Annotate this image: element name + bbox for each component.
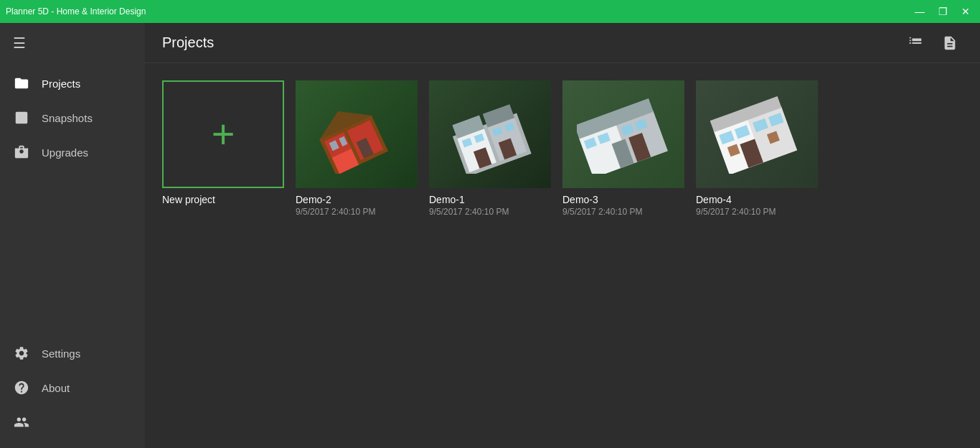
- header-actions: [903, 30, 963, 56]
- sidebar-item-snapshots[interactable]: Snapshots: [0, 101, 145, 135]
- hamburger-menu-button[interactable]: ☰: [0, 23, 145, 63]
- app-title: Planner 5D - Home & Interior Design: [6, 6, 146, 17]
- gear-icon: [13, 345, 30, 362]
- list-view-button[interactable]: [903, 30, 928, 56]
- help-icon: [13, 379, 30, 396]
- titlebar: Planner 5D - Home & Interior Design — ❐ …: [0, 0, 980, 23]
- app-body: ☰ Projects Snapshots: [0, 23, 980, 448]
- project-card-demo1[interactable]: Demo-1 9/5/2017 2:40:10 PM: [429, 80, 551, 217]
- sidebar-item-projects[interactable]: Projects: [0, 66, 145, 101]
- image-icon: [13, 109, 30, 126]
- project-card-demo4[interactable]: Demo-4 9/5/2017 2:40:10 PM: [696, 80, 818, 217]
- project-date-demo3: 9/5/2017 2:40:10 PM: [562, 207, 684, 217]
- new-document-button[interactable]: [937, 30, 963, 56]
- shop-icon: [13, 144, 30, 161]
- project-thumbnail-demo1: [429, 80, 551, 188]
- sidebar-item-label-about: About: [42, 382, 70, 394]
- project-thumbnail-demo4: [696, 80, 818, 188]
- house-svg-demo1: [443, 95, 537, 174]
- sidebar: ☰ Projects Snapshots: [0, 23, 145, 448]
- sidebar-item-account[interactable]: [0, 405, 145, 439]
- project-thumbnail-demo3: [562, 80, 684, 188]
- nav-section-top: Projects Snapshots Upgrades: [0, 63, 145, 336]
- project-date-demo2: 9/5/2017 2:40:10 PM: [296, 207, 418, 217]
- window-controls: — ❐ ✕: [911, 3, 974, 20]
- project-name-demo3: Demo-3: [562, 194, 684, 205]
- sidebar-item-upgrades[interactable]: Upgrades: [0, 135, 145, 169]
- close-button[interactable]: ✕: [957, 3, 974, 20]
- page-title: Projects: [162, 34, 214, 51]
- project-card-demo3[interactable]: Demo-3 9/5/2017 2:40:10 PM: [562, 80, 684, 217]
- plus-icon: +: [212, 114, 235, 154]
- house-svg-demo2: [310, 95, 403, 174]
- folder-icon: [13, 75, 30, 92]
- new-project-thumbnail: +: [162, 80, 284, 188]
- house-svg-demo3: [577, 95, 670, 174]
- main-content: Projects + Ne: [145, 23, 980, 448]
- project-name-demo4: Demo-4: [696, 194, 818, 205]
- list-view-icon: [908, 35, 923, 51]
- nav-section-bottom: Settings About: [0, 336, 145, 448]
- house-svg-demo4: [710, 95, 804, 174]
- sidebar-item-label-settings: Settings: [42, 347, 80, 360]
- project-card-demo2[interactable]: Demo-2 9/5/2017 2:40:10 PM: [296, 80, 418, 217]
- minimize-button[interactable]: —: [911, 3, 928, 20]
- person-icon: [13, 414, 30, 431]
- sidebar-item-label-projects: Projects: [42, 78, 80, 90]
- project-date-demo4: 9/5/2017 2:40:10 PM: [696, 207, 818, 217]
- new-project-card[interactable]: + New project: [162, 80, 284, 217]
- project-name-demo1: Demo-1: [429, 194, 551, 205]
- sidebar-item-settings[interactable]: Settings: [0, 336, 145, 370]
- new-document-icon: [942, 35, 958, 51]
- new-project-label: New project: [162, 194, 284, 205]
- content-header: Projects: [145, 23, 980, 63]
- project-name-demo2: Demo-2: [296, 194, 418, 205]
- sidebar-item-about[interactable]: About: [0, 370, 145, 405]
- project-thumbnail-demo2: [296, 80, 418, 188]
- sidebar-item-label-snapshots: Snapshots: [42, 112, 93, 124]
- projects-grid: + New project: [145, 63, 980, 448]
- maximize-button[interactable]: ❐: [934, 3, 951, 20]
- sidebar-item-label-upgrades: Upgrades: [42, 146, 88, 159]
- project-date-demo1: 9/5/2017 2:40:10 PM: [429, 207, 551, 217]
